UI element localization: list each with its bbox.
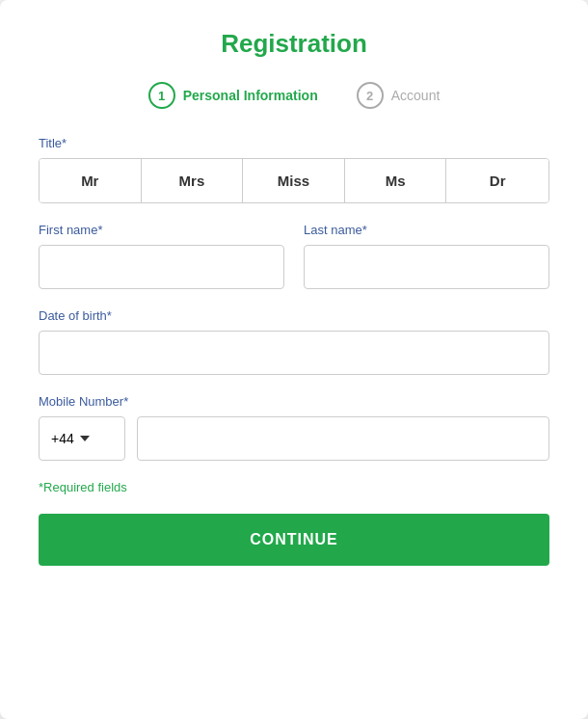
- mobile-section: Mobile Number* +44: [39, 394, 549, 461]
- dob-input[interactable]: [39, 331, 549, 375]
- last-name-input[interactable]: [304, 245, 549, 289]
- step-2-label: Account: [391, 88, 441, 103]
- dob-section: Date of birth*: [39, 308, 549, 375]
- last-name-group: Last name*: [304, 223, 549, 289]
- title-option-dr[interactable]: Dr: [446, 159, 548, 202]
- mobile-number-input[interactable]: [137, 416, 549, 461]
- step-1-label: Personal Information: [183, 88, 318, 103]
- country-code-select[interactable]: +44: [39, 416, 125, 461]
- title-grid: Mr Mrs Miss Ms Dr: [39, 158, 549, 203]
- continue-button[interactable]: CONTINUE: [39, 514, 549, 566]
- last-name-label: Last name*: [304, 223, 549, 237]
- required-note: *Required fields: [39, 480, 549, 494]
- title-section: Title* Mr Mrs Miss Ms Dr: [39, 136, 549, 203]
- steps-container: 1 Personal Information 2 Account: [39, 82, 549, 109]
- first-name-group: First name*: [39, 223, 284, 289]
- name-row: First name* Last name*: [39, 223, 549, 289]
- step-personal-information[interactable]: 1 Personal Information: [148, 82, 318, 109]
- step-account[interactable]: 2 Account: [357, 82, 441, 109]
- registration-card: Registration 1 Personal Information 2 Ac…: [0, 0, 588, 719]
- title-label: Title*: [39, 136, 549, 150]
- first-name-input[interactable]: [39, 245, 284, 289]
- country-code-value: +44: [51, 431, 74, 446]
- first-name-label: First name*: [39, 223, 284, 237]
- page-title: Registration: [39, 29, 549, 59]
- mobile-row: +44: [39, 416, 549, 461]
- title-option-mr[interactable]: Mr: [40, 159, 142, 202]
- chevron-down-icon: [80, 436, 90, 441]
- step-1-circle: 1: [148, 82, 175, 109]
- title-option-mrs[interactable]: Mrs: [142, 159, 244, 202]
- dob-label: Date of birth*: [39, 308, 549, 323]
- step-2-circle: 2: [357, 82, 384, 109]
- title-option-miss[interactable]: Miss: [243, 159, 345, 202]
- mobile-label: Mobile Number*: [39, 394, 549, 409]
- title-option-ms[interactable]: Ms: [345, 159, 447, 202]
